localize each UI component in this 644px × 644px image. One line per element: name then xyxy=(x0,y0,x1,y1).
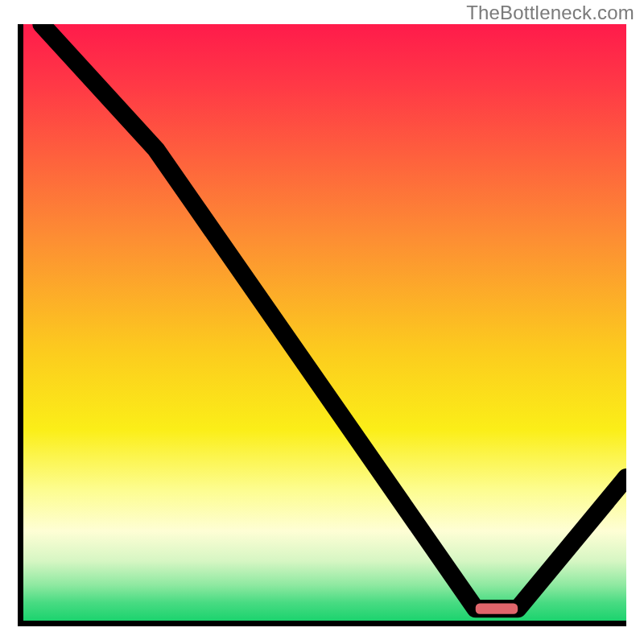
chart-gradient-background xyxy=(23,24,626,621)
chart-plot-area xyxy=(23,24,626,621)
attribution-watermark: TheBottleneck.com xyxy=(466,2,634,24)
chart-axes xyxy=(18,24,626,626)
svg-rect-0 xyxy=(23,24,626,621)
